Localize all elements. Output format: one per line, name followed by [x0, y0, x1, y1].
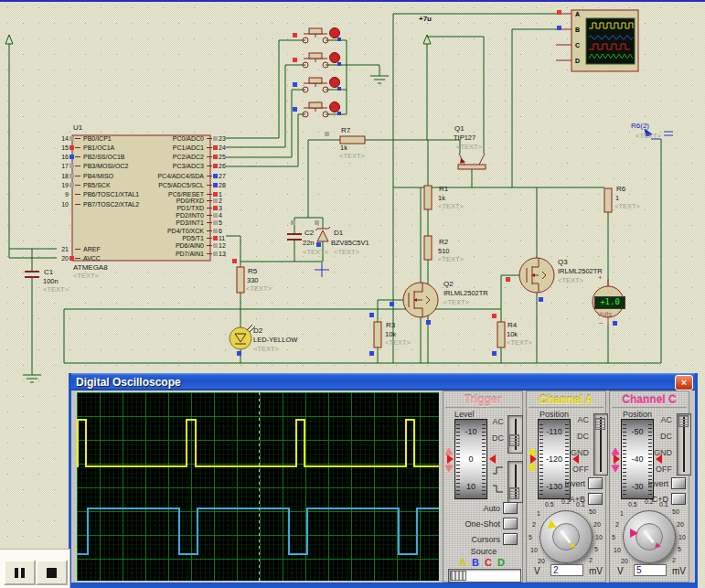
- push-button-1[interactable]: [303, 28, 341, 44]
- pin-label: PC5/ADC5/SCL: [101, 182, 207, 188]
- push-button-switches[interactable]: [303, 28, 341, 118]
- pin-stub: [207, 253, 212, 254]
- scope-module-input-a: A: [575, 11, 580, 17]
- pin-row: PC5/ADC5/SCL 28: [101, 181, 230, 190]
- stop-button[interactable]: [36, 560, 68, 585]
- dc-label: DC: [561, 432, 589, 443]
- knob-scale-value: 50: [672, 508, 679, 515]
- pin-number: 21: [57, 246, 69, 252]
- trace-channel-a: [77, 420, 439, 466]
- pin-state-indicator: [69, 164, 74, 168]
- pin-stub: [207, 176, 212, 176]
- knob-scale-value: 1: [620, 510, 624, 517]
- pin-number: 23: [219, 135, 230, 142]
- source-letters: ABCD: [456, 557, 507, 568]
- channel-a-sum-button[interactable]: [588, 493, 603, 505]
- r5-value: 330: [247, 277, 259, 284]
- level-slider[interactable]: -10010: [454, 419, 487, 499]
- source-slider-thumb[interactable]: [450, 571, 466, 581]
- channel-a-gain-input[interactable]: [550, 564, 583, 576]
- close-icon[interactable]: ×: [675, 375, 693, 390]
- gnd-label: GND: [645, 448, 672, 459]
- position-pointer-left-icon: [614, 454, 620, 464]
- resistor-r7: [340, 136, 365, 144]
- source-option[interactable]: B: [469, 557, 482, 568]
- pin-stub: [207, 156, 212, 157]
- origin-marker: [315, 262, 329, 277]
- pin-row: PD7/AIN1 13: [101, 250, 230, 257]
- trace-channel-b: [77, 508, 439, 554]
- pin-state-indicator: [213, 164, 218, 168]
- pin-stub: [207, 166, 212, 166]
- probe-label[interactable]: R6(2): [631, 123, 649, 130]
- pin-row: PC3/ADC3 26: [101, 162, 230, 171]
- oscilloscope-window: Digital Oscilloscope × Trigger Level -10…: [69, 373, 698, 588]
- r3-value: 10k: [385, 331, 396, 338]
- channel-c-title: Channel C: [612, 393, 687, 408]
- source-option[interactable]: D: [495, 557, 507, 568]
- pin-state-indicator: [213, 213, 218, 218]
- pin-number: 20: [57, 255, 69, 262]
- trigger-panel: Trigger Level -10010 AC DC: [443, 390, 523, 583]
- trigger-button-row: One-Shot: [447, 517, 518, 530]
- invert-row: Invert: [615, 476, 686, 490]
- r7-ref: R7: [341, 126, 350, 134]
- source-label: Source: [443, 547, 524, 556]
- pause-button[interactable]: [4, 560, 36, 585]
- knob-scale-value: 0.2: [561, 498, 571, 505]
- knob-scale-value: 0.1: [576, 501, 585, 508]
- channel-a-title: Channel A: [529, 393, 604, 408]
- trigger-button[interactable]: [503, 533, 518, 545]
- pin-label: PC1/ADC1: [101, 144, 207, 151]
- oscilloscope-titlebar[interactable]: Digital Oscilloscope ×: [71, 373, 695, 390]
- off-label: OFF: [645, 465, 672, 476]
- pin-stub: [207, 245, 212, 246]
- resistor-r4: [497, 322, 505, 347]
- source-option[interactable]: C: [482, 557, 495, 568]
- volt-label: V: [617, 566, 624, 576]
- mcu-right-pins-pd: PD0/RXD 2 PD1/TXD 3 PD2/INT0 4 PD3/INT1 …: [101, 197, 234, 261]
- pin-label: PD4/T0/XCK: [101, 228, 207, 234]
- r3-text: <TEXT>: [385, 339, 411, 347]
- pin-label: PC2/ADC2: [101, 154, 207, 160]
- q2-value: IRLML2502TR: [443, 290, 488, 297]
- capacitor-c2: [287, 234, 302, 240]
- rising-edge-icon: [493, 463, 504, 479]
- pin-number: 10: [57, 201, 69, 208]
- u1-part: ATMEGA8: [73, 263, 108, 272]
- r4-text: <TEXT>: [507, 339, 532, 347]
- millivolt-label: mV: [672, 566, 686, 576]
- push-button-3[interactable]: [303, 78, 341, 93]
- trigger-coupling-switch[interactable]: [507, 415, 523, 454]
- invert-row: Invert: [532, 476, 603, 490]
- trigger-button[interactable]: [503, 518, 518, 529]
- trigger-button-label: Auto: [447, 504, 503, 513]
- channel-c-coupling-switch[interactable]: [677, 413, 691, 476]
- channel-c-sum-button[interactable]: [671, 493, 686, 505]
- trigger-title: Trigger: [445, 393, 520, 408]
- pin-label: PC0/ADC0: [101, 135, 207, 142]
- pin-state-indicator: [213, 236, 218, 241]
- pin-stub: [207, 138, 212, 139]
- pin-row: PC4/ADC4/SDA 27: [101, 171, 230, 180]
- level-label: Level: [454, 410, 475, 419]
- c1-value: 100n: [43, 278, 59, 285]
- channel-a-coupling-switch[interactable]: [593, 413, 608, 476]
- trigger-button[interactable]: [503, 502, 518, 514]
- channel-c-gain-input[interactable]: [634, 564, 667, 576]
- channel-a-gain-knob[interactable]: [539, 510, 593, 563]
- knob-scale-value: 5: [612, 534, 615, 540]
- pin-state-indicator: [213, 183, 218, 187]
- position-pointer-left-icon: [530, 454, 537, 464]
- channel-c-invert-button[interactable]: [671, 477, 686, 489]
- source-option[interactable]: A: [456, 557, 469, 568]
- source-slider[interactable]: [448, 569, 521, 583]
- push-button-4[interactable]: [303, 102, 341, 118]
- channel-a-invert-button[interactable]: [588, 477, 603, 489]
- r1-value: 1k: [438, 195, 445, 202]
- trigger-edge-switch[interactable]: [507, 461, 523, 503]
- r5-ref: R5: [248, 267, 257, 275]
- push-button-2[interactable]: [303, 53, 341, 69]
- oscilloscope-body: Trigger Level -10010 AC DC: [71, 390, 695, 583]
- pin-state-indicator: [213, 136, 218, 141]
